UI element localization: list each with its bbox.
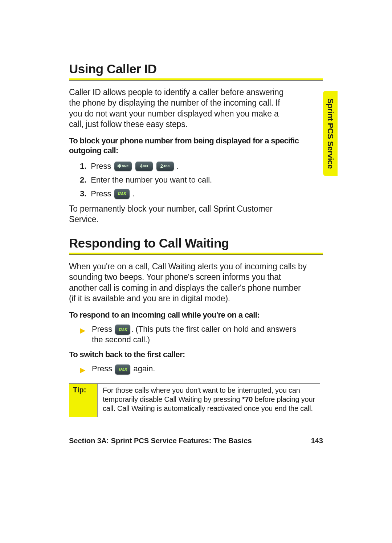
caller-id-intro: Caller ID allows people to identify a ca… [69, 87, 290, 130]
heading-underline [69, 78, 323, 81]
talk-key-icon: TALK [114, 189, 130, 199]
respond-steps: ▶ Press TALK. (This puts the first calle… [69, 324, 305, 345]
step-1: 1. Press Shift 4GHI 2ABC . [80, 160, 305, 172]
bullet-arrow-icon: ▶ [80, 326, 85, 345]
switch-steps: ▶ Press TALK again. [69, 364, 305, 375]
respond-step-content: Press TALK. (This puts the first caller … [92, 324, 305, 345]
step-number: 2. [80, 174, 86, 186]
step-number: 1. [80, 160, 86, 172]
tip-box: Tip: For those calls where you don't wan… [69, 383, 320, 417]
heading-using-caller-id: Using Caller ID [69, 62, 323, 76]
step-number: 3. [80, 188, 86, 200]
four-key-icon: 4GHI [135, 162, 153, 171]
heading-underline [69, 253, 323, 255]
step-text: Press [91, 160, 111, 172]
tip-content: For those calls where you don't want to … [98, 384, 320, 417]
talk-key-icon: TALK [115, 364, 130, 375]
step-text: Enter the number you want to call. [91, 174, 212, 186]
footer-section: Section 3A: Sprint PCS Service Features:… [69, 437, 252, 445]
switch-step: ▶ Press TALK again. [80, 364, 305, 375]
tip-code: *70 [242, 395, 253, 403]
tip-label: Tip: [69, 384, 98, 417]
page-footer: Section 3A: Sprint PCS Service Features:… [69, 437, 323, 445]
step-3: 3. Press TALK . [80, 188, 305, 200]
manual-page: Sprint PCS Service Using Caller ID Calle… [0, 0, 392, 543]
step-text: Press [91, 188, 111, 200]
switch-subhead: To switch back to the first caller: [69, 350, 301, 360]
permanent-block-note: To permanently block your number, call S… [69, 204, 290, 225]
footer-page-number: 143 [311, 437, 323, 445]
respond-subhead: To respond to an incoming call while you… [69, 310, 301, 320]
bullet-arrow-icon: ▶ [80, 365, 85, 375]
two-key-icon: 2ABC [156, 162, 174, 171]
star-key-icon: Shift [114, 162, 132, 171]
block-number-steps: 1. Press Shift 4GHI 2ABC . 2. Enter the … [69, 160, 305, 200]
step-2: 2. Enter the number you want to call. [80, 174, 305, 186]
section-call-waiting: Responding to Call Waiting When you're o… [69, 236, 323, 417]
switch-step-content: Press TALK again. [92, 364, 305, 375]
respond-step: ▶ Press TALK. (This puts the first calle… [80, 324, 305, 345]
side-tab-label: Sprint PCS Service [326, 98, 335, 169]
call-waiting-intro: When you're on a call, Call Waiting aler… [69, 261, 309, 304]
step-period: . [132, 188, 135, 200]
block-number-subhead: To block your phone number from being di… [69, 136, 301, 156]
heading-call-waiting: Responding to Call Waiting [69, 236, 323, 250]
side-tab: Sprint PCS Service [323, 91, 338, 176]
talk-key-icon: TALK [115, 324, 130, 335]
step-period: . [177, 160, 179, 172]
